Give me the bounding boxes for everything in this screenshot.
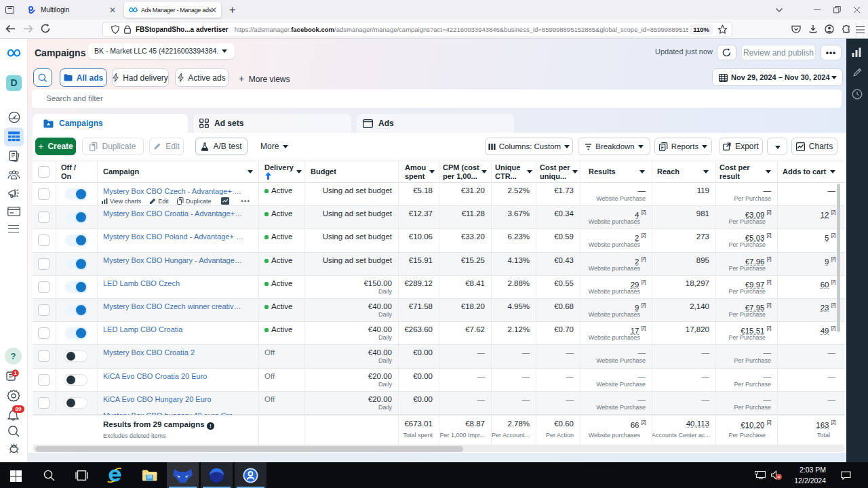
svg-text:1: 1 [14, 370, 16, 376]
svg-text:89: 89 [16, 406, 22, 412]
